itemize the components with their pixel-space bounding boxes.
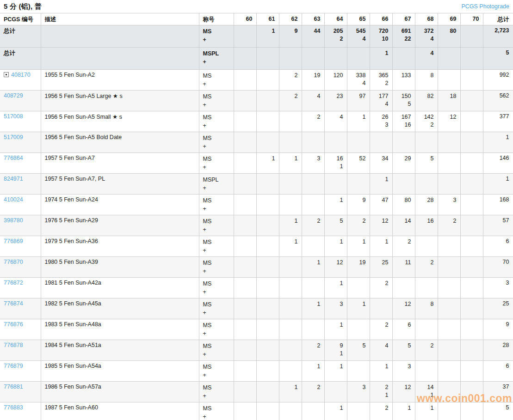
grade-cell <box>347 132 370 153</box>
total-cell: 57 <box>483 215 513 236</box>
grade-cell-value: 205 <box>328 27 343 35</box>
designation-value: + <box>203 205 230 213</box>
grade-cell: 2 <box>415 257 438 278</box>
grade-cell <box>392 132 415 153</box>
pcgs-number-link[interactable]: 776881 <box>4 383 23 390</box>
designation-value: MS <box>203 92 230 101</box>
grade-cell-value: 1 <box>396 404 411 412</box>
designation-value: + <box>203 225 230 234</box>
designation-value: + <box>203 36 230 44</box>
pcgs-number-link[interactable]: 776878 <box>4 342 23 348</box>
grade-cell <box>460 111 483 132</box>
grade-cell-value: 4 <box>351 35 366 43</box>
grade-cell: 19 <box>302 70 324 91</box>
pcgs-number-link[interactable]: 776879 <box>4 363 23 369</box>
pcgs-number-cell: 398780 <box>0 215 41 236</box>
title-bar: 5 分 (铝), 普 PCGS Photograde <box>0 0 513 13</box>
grade-cell <box>279 278 302 298</box>
pcgs-number-link[interactable]: 776864 <box>4 155 23 161</box>
coin-description: 1981 5 Fen Sun-A42a <box>45 280 101 286</box>
grade-cell <box>460 236 483 257</box>
grade-cell-value: 5 <box>396 100 411 108</box>
pcgs-number-link[interactable]: 776870 <box>4 259 23 265</box>
grade-cell <box>438 278 460 298</box>
pcgs-number-link[interactable]: 776876 <box>4 321 23 328</box>
grade-cell: 1 <box>279 215 302 236</box>
grade-cell <box>415 132 438 153</box>
table-row: 4100241974 5 Fen Sun-A24MS+194780283168 <box>0 195 513 215</box>
grade-cell <box>302 174 324 195</box>
grade-cell <box>438 153 460 174</box>
table-row: 8249711957 5 Fen Sun-A7, PLMSPL+11 <box>0 174 513 195</box>
designation-cell: MS+ <box>199 236 234 257</box>
designation-value: + <box>203 413 230 420</box>
pcgs-number-link[interactable]: 517008 <box>4 113 23 120</box>
total-cell: 146 <box>483 153 513 174</box>
pcgs-number-cell: 776883 <box>0 402 41 420</box>
pcgs-number-link[interactable]: 410024 <box>4 196 23 203</box>
grade-cell <box>347 48 370 70</box>
pcgs-number-cell: 824971 <box>0 174 41 195</box>
grade-cell-value: 12 <box>328 259 343 267</box>
pcgs-number-link[interactable]: 776869 <box>4 238 23 244</box>
grade-cell-value: 1 <box>328 238 343 246</box>
grade-cell: 1 <box>256 153 279 174</box>
grade-cell: 3384 <box>347 70 370 91</box>
grade-cell: 2 <box>302 340 324 361</box>
pcgs-number-link[interactable]: 408170 <box>11 72 31 78</box>
grade-cell-value: 25 <box>374 259 389 267</box>
grade-cell <box>460 70 483 91</box>
expand-icon[interactable] <box>4 72 9 77</box>
grade-cell-value: 2 <box>374 383 389 391</box>
grade-cell-value: 16 <box>328 155 343 163</box>
pcgs-number-link[interactable]: 776874 <box>4 300 23 307</box>
column-header: 67 <box>392 13 415 25</box>
grade-cell: 3 <box>438 195 460 215</box>
grade-cell: 18 <box>438 91 460 111</box>
grade-cell-value: 142 <box>419 113 434 121</box>
pcgs-number-cell: 776879 <box>0 361 41 382</box>
grade-cell-value: 19 <box>351 259 366 267</box>
coin-description-cell: 1957 5 Fen Sun-A7 <box>41 153 199 174</box>
grade-cell-value: 18 <box>442 92 457 100</box>
pcgs-number-link[interactable]: 776883 <box>4 404 23 411</box>
coin-description-cell: 1956 5 Fen Sun-A5 Large ★ s <box>41 91 199 111</box>
grade-cell-value: 1 <box>283 155 298 163</box>
grade-cell: 4 <box>302 91 324 111</box>
coin-description-cell <box>41 25 199 48</box>
designation-value: + <box>203 371 230 379</box>
pcgs-number-link[interactable]: 824971 <box>4 176 23 182</box>
grade-cell <box>234 91 256 111</box>
grade-cell <box>256 236 279 257</box>
summary-label: 总计 <box>4 28 15 34</box>
grade-cell-value: 2 <box>396 238 411 246</box>
column-header: 70 <box>460 13 483 25</box>
grade-cell <box>279 195 302 215</box>
pcgs-number-link[interactable]: 517009 <box>4 134 23 140</box>
designation-value: MS <box>203 27 230 36</box>
grade-cell <box>438 48 460 70</box>
grade-cell <box>460 48 483 70</box>
grade-cell <box>256 174 279 195</box>
grade-cell <box>415 361 438 382</box>
designation-value: MS <box>203 238 230 246</box>
pcgs-photograde-link[interactable]: PCGS Photograde <box>461 3 509 10</box>
grade-cell-value: 133 <box>396 72 411 79</box>
grade-cell <box>302 195 324 215</box>
designation-cell: MS+ <box>199 298 234 319</box>
coin-description: 1979 5 Fen Sun-A36 <box>45 238 98 244</box>
grade-cell-value: 4 <box>328 113 343 121</box>
coin-description: 1980 5 Fen Sun-A39 <box>45 259 98 265</box>
grade-cell <box>256 319 279 340</box>
grade-cell <box>460 361 483 382</box>
pcgs-number-link[interactable]: 408729 <box>4 92 23 99</box>
pcgs-number-link[interactable]: 398780 <box>4 217 23 224</box>
total-cell: 70 <box>483 257 513 278</box>
grade-cell <box>460 153 483 174</box>
grade-cell-value: 2 <box>351 217 366 225</box>
grade-cell: 1 <box>415 402 438 420</box>
grade-cell <box>234 195 256 215</box>
grade-cell <box>302 132 324 153</box>
pcgs-number-link[interactable]: 776872 <box>4 280 23 286</box>
grade-cell-value: 2 <box>374 404 389 412</box>
